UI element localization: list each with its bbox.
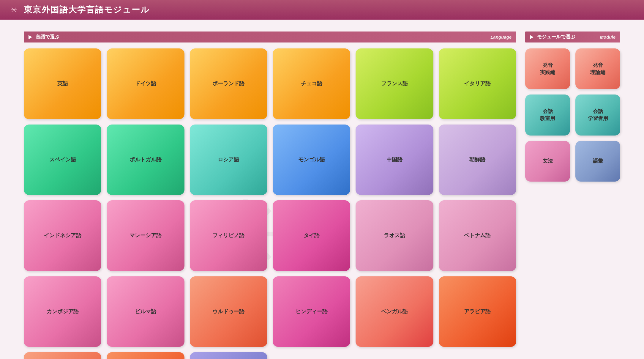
module-section: モジュールで選ぶ Module 発音実践編 発音理論編 会話教室用 会話学習者用… [525, 32, 620, 182]
language-section-right-label: Language [490, 34, 512, 40]
language-section-header: 言語で選ぶ Language [24, 32, 516, 42]
language-grid: ✳ 英語 ドイツ語 ポーランド語 チェコ語 フランス語 イタリア語 スペイン語 … [24, 48, 516, 359]
header: ✳ 東京外国語大学言語モジュール [0, 0, 644, 20]
header-triangle-icon-2 [530, 35, 533, 39]
lang-btn-russian[interactable]: ロシア語 [190, 125, 267, 195]
lang-btn-spanish[interactable]: スペイン語 [24, 125, 101, 195]
lang-btn-czech[interactable]: チェコ語 [273, 48, 350, 119]
lang-btn-polish[interactable]: ポーランド語 [190, 48, 267, 119]
module-btn-grammar[interactable]: 文法 [525, 141, 570, 182]
module-section-header: モジュールで選ぶ Module [525, 32, 620, 42]
header-icon: ✳ [8, 4, 19, 15]
module-btn-conversation-classroom[interactable]: 会話教室用 [525, 95, 570, 135]
lang-btn-portuguese[interactable]: ポルトガル語 [107, 125, 184, 195]
lang-btn-cambodian[interactable]: カンボジア語 [24, 276, 101, 347]
header-title: 東京外国語大学言語モジュール [24, 4, 150, 15]
lang-btn-english[interactable]: 英語 [24, 48, 101, 119]
module-btn-pronunciation-practical[interactable]: 発音実践編 [525, 48, 570, 89]
lang-btn-urdu[interactable]: ウルドゥー語 [190, 276, 267, 347]
lang-btn-mongolian[interactable]: モンゴル語 [273, 125, 350, 195]
lang-btn-indonesian[interactable]: インドネシア語 [24, 200, 101, 271]
lang-btn-lao[interactable]: ラオス語 [356, 200, 433, 271]
lang-btn-turkish[interactable]: トルコ語 [107, 352, 184, 359]
lang-btn-vietnamese[interactable]: ベトナム語 [439, 200, 516, 271]
lang-btn-filipino[interactable]: フィリピノ語 [190, 200, 267, 271]
lang-btn-arabic[interactable]: アラビア語 [439, 276, 516, 347]
lang-btn-japanese[interactable]: 日本語 [190, 352, 267, 359]
lang-btn-malay[interactable]: マレーシア語 [107, 200, 184, 271]
module-section-label: モジュールで選ぶ [530, 34, 575, 40]
module-grid: 発音実践編 発音理論編 会話教室用 会話学習者用 文法 語彙 [525, 48, 620, 182]
lang-btn-chinese[interactable]: 中国語 [356, 125, 433, 195]
module-btn-pronunciation-theory[interactable]: 発音理論編 [575, 48, 620, 89]
lang-btn-bengali[interactable]: ベンガル語 [356, 276, 433, 347]
lang-btn-french[interactable]: フランス語 [356, 48, 433, 119]
header-triangle-icon [29, 35, 32, 39]
lang-btn-italian[interactable]: イタリア語 [439, 48, 516, 119]
module-btn-vocabulary[interactable]: 語彙 [575, 141, 620, 182]
module-btn-conversation-learner[interactable]: 会話学習者用 [575, 95, 620, 135]
lang-btn-thai[interactable]: タイ語 [273, 200, 350, 271]
lang-btn-persian[interactable]: ペルシア語 [24, 352, 101, 359]
lang-btn-german[interactable]: ドイツ語 [107, 48, 184, 119]
lang-btn-burmese[interactable]: ビルマ語 [107, 276, 184, 347]
lang-btn-hindi[interactable]: ヒンディー語 [273, 276, 350, 347]
main-content: 言語で選ぶ Language ✳ 英語 ドイツ語 ポーランド語 チェコ語 フラン… [0, 20, 644, 359]
language-section: 言語で選ぶ Language ✳ 英語 ドイツ語 ポーランド語 チェコ語 フラン… [24, 32, 516, 359]
module-section-right-label: Module [600, 34, 616, 40]
language-section-label: 言語で選ぶ [29, 34, 59, 40]
lang-btn-korean[interactable]: 朝鮮語 [439, 125, 516, 195]
